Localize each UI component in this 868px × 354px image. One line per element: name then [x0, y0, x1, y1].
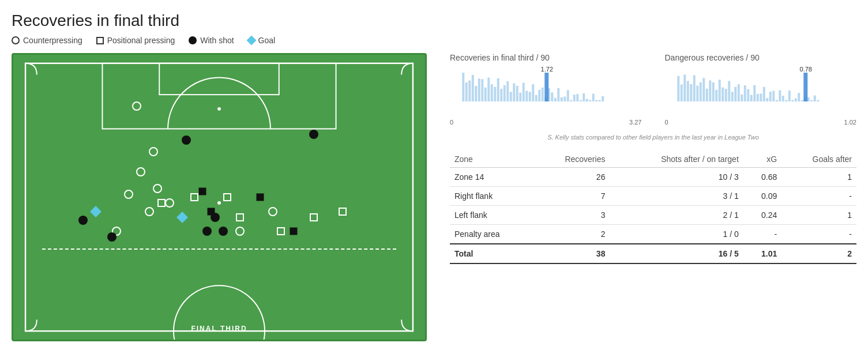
cell-zone: Penalty area — [450, 225, 533, 244]
svg-rect-26 — [525, 91, 528, 101]
svg-rect-72 — [737, 84, 739, 101]
svg-rect-73 — [741, 95, 743, 101]
svg-rect-11 — [478, 78, 480, 101]
table-total-row: Total 38 16 / 5 1.01 2 — [450, 244, 856, 263]
chart2-svg: 0.78 — [665, 66, 857, 106]
pitch-marker — [277, 227, 285, 235]
svg-rect-6 — [462, 73, 464, 101]
table-row: Right flank 7 3 / 1 0.09 - — [450, 187, 856, 206]
svg-rect-67 — [722, 88, 724, 101]
svg-rect-82 — [769, 92, 771, 101]
col-shots: Shots after / on target — [610, 151, 743, 168]
chart1-histogram: 1.72 — [450, 66, 642, 118]
counterpressing-icon — [12, 36, 20, 44]
svg-rect-29 — [535, 95, 538, 101]
cell-zone: Right flank — [450, 187, 533, 206]
svg-rect-7 — [465, 82, 468, 101]
svg-rect-75 — [747, 89, 749, 101]
svg-rect-90 — [794, 99, 796, 101]
svg-rect-8 — [468, 81, 471, 101]
svg-rect-69 — [728, 81, 730, 101]
pitch-marker — [309, 130, 318, 139]
cell-shots: 10 / 3 — [610, 168, 743, 187]
col-zone: Zone — [450, 151, 533, 168]
svg-rect-87 — [785, 100, 787, 101]
right-panel: Recoveries in final third / 90 1.72 0 3.… — [450, 53, 856, 341]
col-recoveries: Recoveries — [533, 151, 610, 168]
svg-rect-30 — [538, 90, 540, 101]
pitch-marker — [268, 207, 277, 216]
pitch-marker — [107, 232, 117, 242]
svg-rect-15 — [491, 84, 493, 101]
svg-rect-64 — [712, 82, 714, 101]
svg-rect-49 — [599, 100, 601, 102]
cell-recoveries: 7 — [533, 187, 610, 206]
svg-rect-56 — [686, 81, 689, 101]
final-third-label: FINAL THIRD — [191, 325, 247, 333]
pitch-marker — [182, 135, 191, 145]
svg-rect-88 — [788, 91, 790, 101]
chart2-max: 1.02 — [844, 119, 856, 126]
page-title: Recoveries in final third — [12, 12, 856, 30]
table-row: Left flank 3 2 / 1 0.24 1 — [450, 206, 856, 225]
cell-xg: 0.24 — [743, 206, 781, 225]
svg-rect-89 — [791, 100, 794, 102]
positional-label: Positional pressing — [107, 36, 175, 45]
chart2-title: Dangerous recoveries / 90 — [665, 53, 857, 62]
pitch-marker — [145, 207, 154, 216]
svg-rect-74 — [743, 85, 746, 101]
svg-rect-35 — [554, 98, 557, 101]
pitch-marker — [149, 147, 158, 156]
svg-rect-20 — [506, 81, 509, 101]
cell-goals: - — [781, 187, 856, 206]
svg-rect-16 — [494, 87, 496, 101]
with-shot-icon — [189, 36, 197, 44]
svg-rect-24 — [519, 93, 521, 101]
total-goals: 2 — [781, 244, 856, 263]
svg-rect-23 — [516, 86, 518, 101]
svg-rect-1 — [102, 63, 336, 129]
goal-icon — [246, 36, 256, 46]
svg-rect-37 — [561, 97, 563, 101]
svg-rect-99 — [803, 73, 807, 101]
cell-goals: 1 — [781, 168, 856, 187]
svg-rect-76 — [750, 95, 752, 101]
svg-rect-13 — [484, 88, 487, 101]
svg-rect-71 — [734, 87, 737, 101]
legend-positional: Positional pressing — [96, 36, 175, 45]
cell-shots: 3 / 1 — [610, 187, 743, 206]
svg-rect-44 — [583, 93, 585, 101]
svg-rect-79 — [760, 93, 762, 101]
svg-rect-96 — [813, 95, 816, 101]
pitch-marker — [235, 227, 245, 236]
pitch: FINAL THIRD — [12, 53, 427, 341]
svg-rect-27 — [529, 92, 531, 101]
svg-rect-42 — [576, 94, 578, 101]
svg-rect-94 — [807, 97, 809, 101]
pitch-marker — [236, 213, 244, 221]
pitch-marker — [165, 198, 174, 208]
svg-rect-22 — [513, 84, 515, 101]
table-row: Penalty area 2 1 / 0 - - — [450, 225, 856, 244]
chart1-axis: 0 3.27 — [450, 119, 642, 126]
svg-rect-36 — [557, 88, 559, 101]
svg-rect-97 — [817, 100, 819, 102]
svg-text:1.72: 1.72 — [541, 66, 553, 73]
svg-rect-38 — [563, 96, 566, 101]
legend-with-shot: With shot — [189, 36, 234, 45]
svg-text:0.78: 0.78 — [799, 66, 811, 73]
svg-rect-59 — [696, 85, 698, 101]
svg-rect-62 — [705, 89, 708, 101]
total-xg: 1.01 — [743, 244, 781, 263]
svg-rect-63 — [709, 81, 711, 101]
cell-recoveries: 26 — [533, 168, 610, 187]
svg-rect-18 — [500, 89, 502, 101]
svg-rect-78 — [756, 94, 758, 101]
svg-rect-45 — [586, 99, 588, 101]
svg-rect-52 — [544, 73, 548, 101]
svg-rect-68 — [724, 89, 727, 101]
charts-row: Recoveries in final third / 90 1.72 0 3.… — [450, 53, 856, 126]
svg-rect-14 — [487, 77, 490, 101]
goal-label: Goal — [258, 36, 276, 45]
cell-xg: - — [743, 225, 781, 244]
